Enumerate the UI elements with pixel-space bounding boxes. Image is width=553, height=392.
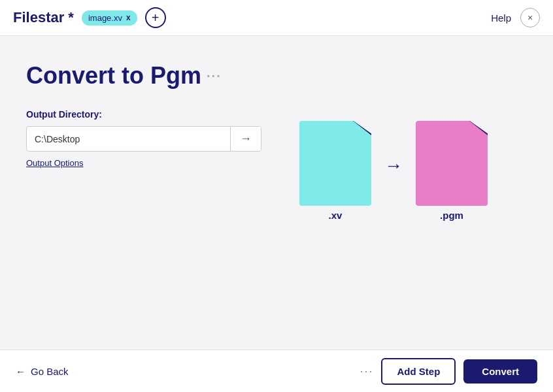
target-file-corner <box>469 121 488 135</box>
file-tag-label: image.xv <box>88 13 122 23</box>
close-button[interactable]: × <box>520 8 540 27</box>
header-right: Help × <box>491 8 540 27</box>
add-step-button[interactable]: Add Step <box>381 358 456 385</box>
output-options-link[interactable]: Output Options <box>26 158 83 168</box>
more-options-button[interactable]: ··· <box>360 365 373 378</box>
add-file-button[interactable]: + <box>145 7 166 28</box>
target-file-ext: .pgm <box>416 210 488 221</box>
target-file-icon <box>416 121 488 206</box>
app-title: Filestar * <box>13 9 74 26</box>
directory-input[interactable] <box>27 127 230 151</box>
conversion-graphic: .xv → .pgm <box>299 121 488 221</box>
footer: ← Go Back ··· Add Step Convert <box>0 350 553 392</box>
conversion-arrow-icon: → <box>384 155 403 176</box>
file-tag: image.xv x <box>82 10 137 25</box>
output-directory-label: Output Directory: <box>26 109 261 120</box>
help-link[interactable]: Help <box>491 12 511 24</box>
page-title: Convert to Pgm <box>26 62 201 90</box>
page-title-container: Convert to Pgm ··· <box>26 62 527 90</box>
target-file-container: .pgm <box>416 121 488 221</box>
go-back-button[interactable]: ← Go Back <box>16 366 69 377</box>
title-dots: ··· <box>207 69 222 84</box>
source-file-ext: .xv <box>299 210 371 221</box>
go-back-label: Go Back <box>31 366 69 377</box>
source-file-body <box>299 121 371 206</box>
target-file-body <box>416 121 488 206</box>
source-file-container: .xv <box>299 121 371 221</box>
source-file-icon <box>299 121 371 206</box>
form-section: Output Directory: → Output Options <box>26 109 261 168</box>
directory-browse-button[interactable]: → <box>230 127 261 151</box>
convert-button[interactable]: Convert <box>463 359 537 384</box>
header: Filestar * image.xv x + Help × <box>0 0 553 36</box>
file-tag-close-icon[interactable]: x <box>126 13 131 22</box>
footer-right: ··· Add Step Convert <box>360 358 537 385</box>
main-content: Convert to Pgm ··· Output Directory: → O… <box>0 36 553 350</box>
header-left: Filestar * image.xv x + <box>13 7 166 28</box>
source-file-corner <box>353 121 371 135</box>
directory-input-row: → <box>26 126 261 152</box>
go-back-arrow-icon: ← <box>16 366 25 377</box>
